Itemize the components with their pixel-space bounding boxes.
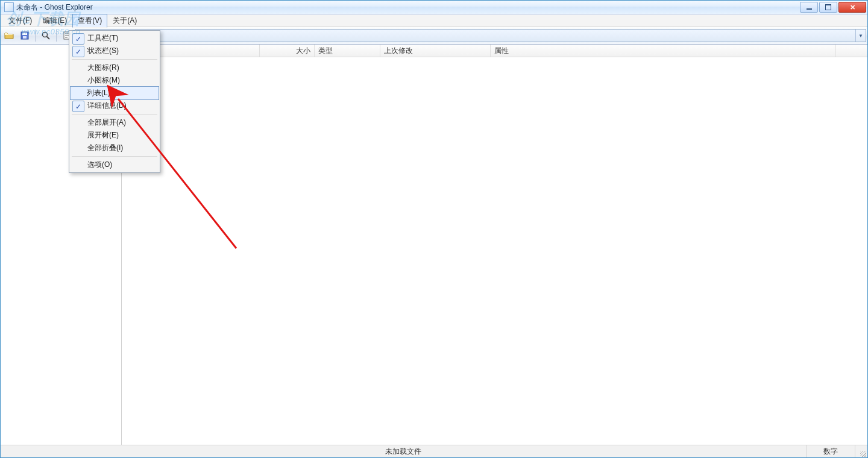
column-header[interactable]: 大小 xyxy=(260,45,315,57)
menu-item[interactable]: 展开树(E) xyxy=(71,129,159,142)
statusbar: 未加载文件 数字 xyxy=(1,445,867,457)
menu-item[interactable]: 全部折叠(I) xyxy=(71,142,159,154)
list-pane: 名称大小类型上次修改属性 xyxy=(122,45,867,445)
column-header[interactable]: 上次修改 xyxy=(380,45,491,57)
minimize-button[interactable] xyxy=(800,2,818,13)
menu-item-label: 列表(L) xyxy=(87,88,110,98)
menu-item[interactable]: ✓工具栏(T) xyxy=(71,32,159,45)
menu-item-label: 大图标(R) xyxy=(87,63,119,73)
menu-item-label: 全部折叠(I) xyxy=(87,143,123,153)
resize-grip[interactable] xyxy=(857,445,867,458)
menu-item-label: 小图标(M) xyxy=(87,75,120,86)
status-right: 数字 xyxy=(807,445,855,457)
menu-edit[interactable]: 编辑(E) xyxy=(37,14,72,28)
chevron-down-icon[interactable]: ▼ xyxy=(855,30,866,42)
menu-item[interactable]: 大图标(R) xyxy=(71,61,159,74)
menu-item[interactable]: 列表(L) xyxy=(70,86,159,100)
toolbar-separator xyxy=(35,30,36,42)
menu-item[interactable]: 小图标(M) xyxy=(71,74,159,87)
check-icon: ✓ xyxy=(72,33,84,45)
menu-item[interactable]: 选项(O) xyxy=(71,158,159,171)
menu-separator xyxy=(72,114,157,114)
menu-item[interactable]: ✓详细信息(D) xyxy=(71,99,159,112)
list-body[interactable] xyxy=(122,57,867,445)
svg-point-3 xyxy=(43,33,48,37)
search-icon[interactable] xyxy=(39,28,53,43)
menu-item-label: 全部展开(A) xyxy=(87,118,126,128)
view-menu-popup: ✓工具栏(T)✓状态栏(S)大图标(R)小图标(M)列表(L)✓详细信息(D)全… xyxy=(69,30,160,173)
check-icon: ✓ xyxy=(72,101,84,112)
titlebar[interactable]: 未命名 - Ghost Explorer ✕ xyxy=(1,1,867,14)
menu-item-label: 展开树(E) xyxy=(87,130,119,140)
menu-item[interactable]: ✓状态栏(S) xyxy=(71,45,159,57)
svg-line-4 xyxy=(47,37,50,40)
window-title: 未命名 - Ghost Explorer xyxy=(16,2,800,13)
svg-rect-2 xyxy=(23,36,27,39)
svg-rect-1 xyxy=(22,33,27,35)
menu-separator xyxy=(72,59,157,60)
app-icon xyxy=(4,2,14,12)
column-header[interactable]: 类型 xyxy=(315,45,380,57)
menu-file[interactable]: 文件(F) xyxy=(3,14,37,28)
menu-about[interactable]: 关于(A) xyxy=(107,14,142,28)
menu-item-label: 选项(O) xyxy=(87,160,112,170)
folder-open-icon[interactable] xyxy=(2,28,16,43)
toolbar-separator xyxy=(56,30,57,42)
close-button[interactable]: ✕ xyxy=(838,2,866,13)
menu-separator xyxy=(72,156,157,157)
menu-view[interactable]: 查看(V) xyxy=(72,14,107,28)
column-header[interactable]: 属性 xyxy=(491,45,836,57)
menu-item-label: 工具栏(T) xyxy=(87,33,118,43)
window-buttons: ✕ xyxy=(800,2,866,13)
path-combo[interactable]: ▼ xyxy=(75,29,866,42)
check-icon: ✓ xyxy=(72,46,84,57)
menubar: 文件(F) 编辑(E) 查看(V) 关于(A) xyxy=(1,14,867,27)
status-center: 未加载文件 xyxy=(1,445,807,457)
list-header[interactable]: 名称大小类型上次修改属性 xyxy=(122,45,867,57)
menu-item[interactable]: 全部展开(A) xyxy=(71,116,159,129)
maximize-button[interactable] xyxy=(819,2,837,13)
save-icon[interactable] xyxy=(17,28,32,43)
menu-item-label: 状态栏(S) xyxy=(87,46,119,56)
menu-item-label: 详细信息(D) xyxy=(87,101,127,111)
